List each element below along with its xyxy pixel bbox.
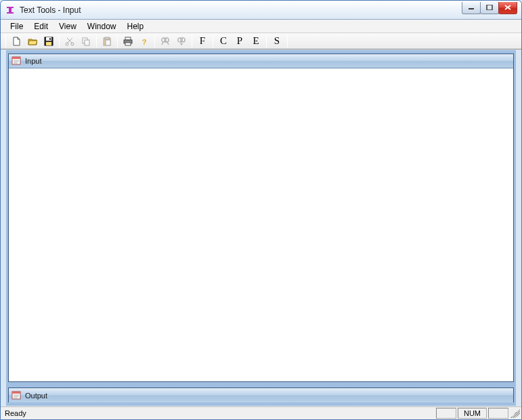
cut-icon[interactable]: [62, 35, 77, 48]
toolbar-separator: [192, 35, 192, 47]
menu-help[interactable]: Help: [122, 20, 150, 33]
document-icon: [12, 391, 22, 400]
svg-line-25: [167, 42, 169, 45]
svg-line-24: [162, 42, 163, 45]
menu-view[interactable]: View: [53, 20, 82, 33]
minimize-button[interactable]: [462, 2, 481, 14]
svg-rect-2: [7, 12, 14, 14]
copy-icon[interactable]: [79, 35, 93, 48]
menu-file[interactable]: File: [5, 20, 28, 33]
menubar: File Edit View Window Help: [1, 20, 521, 33]
titlebar: Text Tools - Input: [1, 1, 521, 20]
svg-rect-3: [469, 8, 474, 9]
toolbar-separator: [96, 35, 97, 47]
status-cell-caps: [436, 408, 456, 419]
menu-window[interactable]: Window: [82, 20, 122, 33]
tool-s-button[interactable]: S: [269, 35, 284, 48]
svg-rect-1: [9, 7, 12, 13]
menu-edit[interactable]: Edit: [28, 20, 53, 33]
resize-grip-icon[interactable]: [510, 408, 520, 418]
toolbar-separator: [213, 35, 213, 47]
document-icon: [12, 56, 22, 66]
svg-rect-17: [106, 40, 110, 45]
svg-rect-16: [105, 37, 109, 39]
svg-point-27: [181, 37, 185, 41]
svg-rect-4: [487, 5, 492, 10]
statusbar: Ready NUM: [1, 406, 521, 419]
svg-rect-9: [46, 42, 51, 45]
status-cell-num: NUM: [458, 408, 487, 419]
paste-icon[interactable]: [100, 35, 114, 48]
output-panel: Output: [8, 387, 514, 402]
window-title: Text Tools - Input: [20, 5, 462, 15]
tool-e-button[interactable]: E: [248, 35, 263, 48]
svg-rect-34: [12, 392, 20, 394]
toolbar-separator: [117, 35, 118, 47]
svg-point-23: [165, 37, 169, 41]
close-button[interactable]: [498, 2, 517, 14]
maximize-button[interactable]: [480, 2, 499, 14]
toolbar-separator: [5, 35, 6, 47]
svg-rect-10: [49, 38, 51, 40]
find-icon[interactable]: [158, 35, 173, 48]
open-file-icon[interactable]: [25, 35, 40, 48]
tool-f-button[interactable]: F: [195, 35, 210, 48]
input-text-area[interactable]: [9, 68, 513, 381]
help-icon[interactable]: ?: [137, 35, 152, 48]
window-controls: [462, 2, 517, 14]
svg-text:?: ?: [142, 38, 147, 46]
output-panel-title: Output: [25, 392, 47, 400]
svg-rect-29: [12, 57, 20, 59]
input-panel: Input: [8, 54, 514, 382]
new-file-icon[interactable]: [9, 35, 24, 48]
print-icon[interactable]: [121, 35, 135, 48]
output-panel-header[interactable]: Output: [9, 388, 513, 402]
toolbar-separator: [154, 35, 155, 47]
tool-p-button[interactable]: P: [232, 35, 247, 48]
svg-rect-14: [85, 40, 89, 45]
tool-c-button[interactable]: C: [216, 35, 231, 48]
toolbar-separator: [287, 35, 288, 47]
toolbar-separator: [266, 35, 267, 47]
workspace: Input Output: [6, 50, 516, 406]
app-icon: [5, 5, 16, 16]
input-panel-header[interactable]: Input: [9, 54, 513, 68]
status-cell-scrl: [488, 408, 508, 419]
input-panel-title: Input: [25, 57, 41, 65]
status-text: Ready: [2, 409, 435, 417]
svg-rect-18: [125, 37, 131, 40]
toolbar: ? F C P E S: [1, 33, 521, 49]
toolbar-separator: [59, 35, 60, 47]
find-next-icon[interactable]: [174, 35, 189, 48]
svg-rect-20: [125, 43, 131, 45]
save-file-icon[interactable]: [41, 35, 56, 48]
